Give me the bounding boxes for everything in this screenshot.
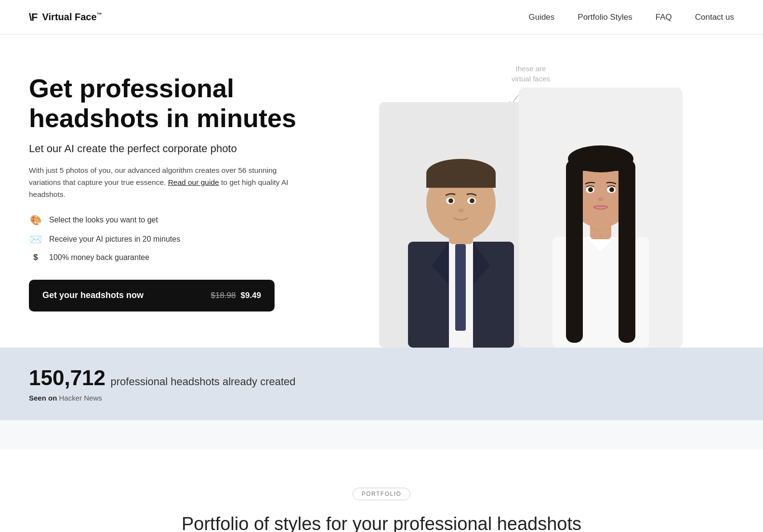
- price-old: $18.98: [210, 291, 236, 300]
- stats-seen: Seen on Hacker News: [29, 394, 734, 402]
- price-new: $9.49: [240, 291, 261, 300]
- portfolio-badge: PORTFOLIO: [353, 488, 411, 500]
- annotation-line1: these are: [516, 65, 546, 73]
- nav-faq[interactable]: FAQ: [656, 13, 672, 22]
- email-icon: ✉️: [29, 234, 42, 245]
- hero-section: Get professional headshots in minutes Le…: [0, 35, 763, 348]
- hero-left: Get professional headshots in minutes Le…: [29, 64, 328, 311]
- svg-point-27: [588, 187, 593, 192]
- gap-section: [0, 420, 763, 449]
- cta-label: Get your headshots now: [42, 290, 144, 300]
- svg-point-13: [470, 198, 474, 203]
- seen-on-label: Seen on: [29, 394, 57, 402]
- logo-name: Virtual Face™: [42, 12, 102, 23]
- annotation-line2: virtual faces: [512, 75, 550, 83]
- svg-point-19: [599, 234, 602, 237]
- male-photo: [379, 102, 543, 348]
- nav-links: Guides Portfolio Styles FAQ Contact us: [528, 13, 734, 22]
- portfolio-title: Portfolio of styles for your professiona…: [29, 514, 734, 532]
- svg-rect-21: [566, 160, 583, 343]
- navbar: \F Virtual Face™ Guides Portfolio Styles…: [0, 0, 763, 35]
- feature-receive-pictures: ✉️ Receive your AI pictures in 20 minute…: [29, 234, 328, 245]
- svg-point-12: [448, 198, 453, 203]
- hero-right: these are virtual faces: [328, 64, 734, 348]
- feature-list: 🎨 Select the looks you want to get ✉️ Re…: [29, 214, 328, 262]
- hero-guide-link[interactable]: Read our guide: [168, 178, 219, 186]
- logo[interactable]: \F Virtual Face™: [29, 11, 102, 24]
- cta-button[interactable]: Get your headshots now $18.98 $9.49: [29, 280, 275, 311]
- svg-rect-22: [618, 160, 635, 343]
- female-photo: [519, 88, 683, 348]
- nav-contact[interactable]: Contact us: [695, 13, 734, 22]
- hero-title: Get professional headshots in minutes: [29, 73, 328, 133]
- svg-rect-24: [568, 159, 633, 171]
- svg-rect-3: [455, 244, 466, 331]
- hero-subtitle: Let our AI create the perfect corporate …: [29, 143, 328, 155]
- feature-money-back: $ 100% money back guarantee: [29, 253, 328, 262]
- stats-text: professional headshots already created: [111, 376, 296, 388]
- palette-icon: 🎨: [29, 214, 42, 226]
- nav-portfolio-styles[interactable]: Portfolio Styles: [578, 13, 632, 22]
- cta-price: $18.98 $9.49: [210, 291, 261, 300]
- nav-guides[interactable]: Guides: [528, 13, 554, 22]
- feature-text-2: 100% money back guarantee: [49, 253, 149, 262]
- stats-number: 150,712: [29, 366, 105, 389]
- dollar-icon: $: [29, 253, 42, 262]
- feature-text-0: Select the looks you want to get: [49, 216, 158, 224]
- svg-rect-9: [426, 173, 496, 188]
- portfolio-section: PORTFOLIO Portfolio of styles for your p…: [0, 449, 763, 532]
- hero-description: With just 5 photos of you, our advanced …: [29, 165, 299, 200]
- svg-point-28: [609, 187, 614, 192]
- svg-point-29: [598, 197, 604, 201]
- stats-band: 150,712 professional headshots already c…: [0, 348, 763, 420]
- logo-mark: \F: [29, 11, 38, 24]
- feature-text-1: Receive your AI pictures in 20 minutes: [49, 235, 180, 244]
- svg-point-14: [458, 208, 464, 212]
- seen-on-site: Hacker News: [59, 394, 102, 402]
- feature-select-looks: 🎨 Select the looks you want to get: [29, 214, 328, 226]
- hero-photos: [379, 88, 683, 348]
